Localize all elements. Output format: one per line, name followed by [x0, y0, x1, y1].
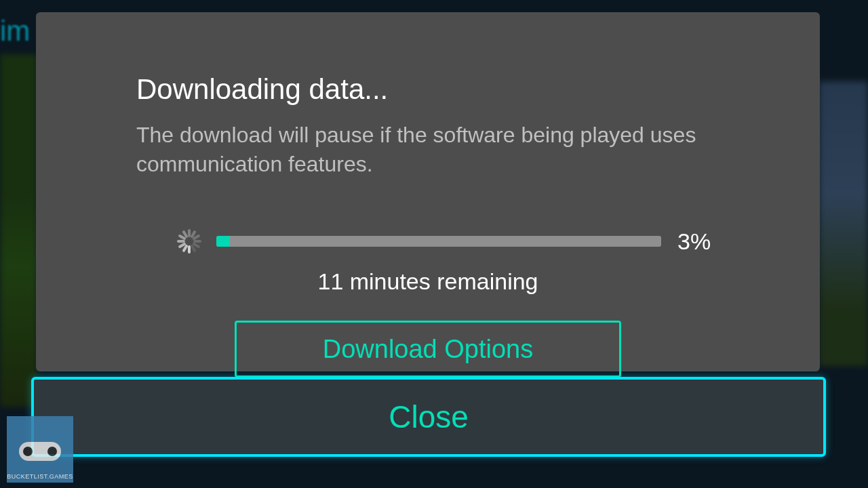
background-game-tile-right — [819, 81, 868, 366]
spinner-icon — [174, 226, 204, 256]
watermark-badge: BUCKETLIST.GAMES — [7, 416, 73, 483]
dialog-title: Downloading data... — [136, 73, 719, 106]
progress-bar-track — [216, 236, 661, 247]
background-tab-fragment: im — [0, 15, 30, 47]
time-remaining-label: 11 minutes remaining — [136, 268, 719, 295]
watermark-text: BUCKETLIST.GAMES — [7, 473, 73, 480]
download-options-button[interactable]: Download Options — [235, 321, 621, 378]
dialog-subtitle: The download will pause if the software … — [136, 121, 719, 179]
progress-percent-label: 3% — [677, 228, 719, 255]
progress-row: 3% — [136, 226, 719, 256]
background-game-tile-left — [0, 54, 37, 407]
progress-bar-fill — [216, 236, 230, 247]
download-dialog: Downloading data... The download will pa… — [36, 12, 820, 371]
gamepad-icon — [19, 442, 61, 461]
close-button[interactable]: Close — [31, 377, 826, 457]
